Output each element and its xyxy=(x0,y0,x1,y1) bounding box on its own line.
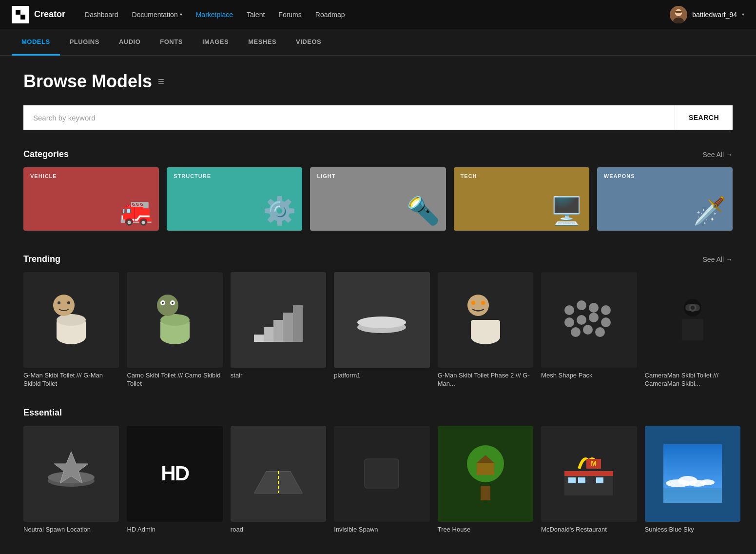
list-item[interactable]: platform1 xyxy=(334,272,429,388)
model-image xyxy=(456,291,515,349)
roblox-logo-icon xyxy=(12,6,29,23)
tab-videos[interactable]: VIDEOS xyxy=(286,29,331,56)
list-item[interactable]: stair xyxy=(231,272,326,388)
model-name: stair xyxy=(231,372,326,380)
svg-point-39 xyxy=(577,315,586,325)
nav-forums[interactable]: Forums xyxy=(278,11,301,19)
model-thumbnail xyxy=(23,272,119,368)
svg-point-13 xyxy=(58,301,60,304)
username: battledwarf_94 xyxy=(692,11,737,19)
nav-dashboard[interactable]: Dashboard xyxy=(85,11,118,19)
list-item[interactable]: Mesh Shape Pack xyxy=(541,272,637,388)
filter-icon[interactable]: ≡ xyxy=(158,75,164,88)
svg-point-37 xyxy=(601,305,611,315)
model-image xyxy=(560,291,618,349)
svg-rect-24 xyxy=(273,320,283,342)
trending-see-all[interactable]: See All → xyxy=(703,256,733,263)
hd-admin-text: HD xyxy=(161,462,189,485)
svg-rect-7 xyxy=(675,11,682,13)
svg-point-11 xyxy=(53,295,75,316)
svg-point-31 xyxy=(467,295,489,316)
page-title: Browse Models xyxy=(23,71,152,92)
categories-section: Categories See All → VEHICLE 🚒 STRUCTURE… xyxy=(23,149,733,231)
model-name: Tree House xyxy=(438,526,533,534)
model-name: Camo Skibi Toilet /// Camo Skibid Toilet xyxy=(127,372,222,388)
category-light-image: 🔦 xyxy=(407,195,440,227)
list-item[interactable]: HD HD Admin xyxy=(127,426,222,534)
tab-meshes[interactable]: MESHES xyxy=(238,29,286,56)
svg-point-36 xyxy=(589,303,599,313)
list-item[interactable]: G-Man Skibi Toilet Phase 2 /// G-Man... xyxy=(438,272,533,388)
svg-point-40 xyxy=(589,313,599,322)
model-thumbnail xyxy=(541,272,637,368)
list-item[interactable]: G-Man Skibi Toilet /// G-Man Skibid Toil… xyxy=(23,272,119,388)
category-structure[interactable]: STRUCTURE ⚙️ xyxy=(167,167,302,231)
svg-rect-57 xyxy=(365,459,399,488)
svg-point-35 xyxy=(577,300,586,310)
nav-marketplace[interactable]: Marketplace xyxy=(196,11,233,19)
search-button[interactable]: SEARCH xyxy=(675,105,733,130)
model-name: Sunless Blue Sky xyxy=(645,526,740,534)
tab-images[interactable]: IMAGES xyxy=(193,29,238,56)
model-image: M xyxy=(560,444,618,503)
category-vehicle-label: VEHICLE xyxy=(30,173,152,179)
svg-rect-25 xyxy=(283,313,293,342)
svg-point-17 xyxy=(157,295,178,316)
category-light[interactable]: LIGHT 🔦 xyxy=(310,167,446,231)
category-light-label: LIGHT xyxy=(317,173,439,179)
model-image xyxy=(352,291,411,349)
top-navigation: Creator Dashboard Documentation ▾ Market… xyxy=(0,0,756,29)
svg-point-41 xyxy=(601,317,611,327)
model-image xyxy=(42,444,100,503)
category-weapons[interactable]: WEAPONS 🗡️ xyxy=(597,167,733,231)
secondary-navigation: MODELS PLUGINS AUDIO FONTS IMAGES MESHES… xyxy=(0,29,756,56)
svg-point-20 xyxy=(172,302,174,304)
category-weapons-label: WEAPONS xyxy=(604,173,726,179)
svg-point-16 xyxy=(160,314,190,326)
tab-plugins[interactable]: PLUGINS xyxy=(60,29,109,56)
model-name: Mesh Shape Pack xyxy=(541,372,637,380)
category-weapons-image: 🗡️ xyxy=(693,195,727,227)
category-structure-label: STRUCTURE xyxy=(174,173,295,179)
list-item[interactable]: CameraMan Skibi Toilet /// CameraMan Ski… xyxy=(645,272,740,388)
nav-documentation[interactable]: Documentation ▾ xyxy=(132,11,182,19)
model-name: CameraMan Skibi Toilet /// CameraMan Ski… xyxy=(645,372,740,388)
model-image xyxy=(663,291,722,349)
model-thumbnail xyxy=(23,426,119,521)
tab-fonts[interactable]: FONTS xyxy=(150,29,193,56)
logo-area[interactable]: Creator xyxy=(12,6,65,23)
model-image xyxy=(352,444,411,503)
user-area[interactable]: battledwarf_94 ▾ xyxy=(670,6,744,23)
categories-title: Categories xyxy=(23,149,69,159)
svg-point-38 xyxy=(564,317,574,327)
category-vehicle[interactable]: VEHICLE 🚒 xyxy=(23,167,159,231)
list-item[interactable]: Neutral Spawn Location xyxy=(23,426,119,534)
svg-point-21 xyxy=(162,302,164,304)
category-tech[interactable]: TECH 🖥️ xyxy=(454,167,589,231)
categories-grid: VEHICLE 🚒 STRUCTURE ⚙️ LIGHT 🔦 TECH 🖥️ W… xyxy=(23,167,733,231)
model-thumbnail xyxy=(438,272,533,368)
list-item[interactable]: Invisible Spawn xyxy=(334,426,429,534)
category-structure-image: ⚙️ xyxy=(263,195,296,227)
nav-talent[interactable]: Talent xyxy=(247,11,265,19)
svg-rect-66 xyxy=(596,477,603,483)
essential-section: Essential Neutral Spawn Location HD xyxy=(23,408,733,534)
model-name: platform1 xyxy=(334,372,429,380)
tab-models[interactable]: MODELS xyxy=(12,29,60,56)
model-image xyxy=(663,444,722,503)
model-name: G-Man Skibi Toilet /// G-Man Skibid Toil… xyxy=(23,372,119,388)
model-thumbnail xyxy=(127,272,222,368)
trending-header: Trending See All → xyxy=(23,254,733,264)
list-item[interactable]: Tree House xyxy=(438,426,533,534)
model-image xyxy=(456,444,515,503)
nav-roadmap[interactable]: Roadmap xyxy=(315,11,345,19)
list-item[interactable]: M McDonald's Restaurant xyxy=(541,426,637,534)
list-item[interactable]: Camo Skibi Toilet /// Camo Skibid Toilet xyxy=(127,272,222,388)
categories-see-all[interactable]: See All → xyxy=(703,151,733,158)
list-item[interactable]: road xyxy=(231,426,326,534)
model-thumbnail xyxy=(231,272,326,368)
tab-audio[interactable]: AUDIO xyxy=(109,29,150,56)
search-input[interactable] xyxy=(23,105,675,130)
trending-title: Trending xyxy=(23,254,60,264)
list-item[interactable]: Sunless Blue Sky xyxy=(645,426,740,534)
